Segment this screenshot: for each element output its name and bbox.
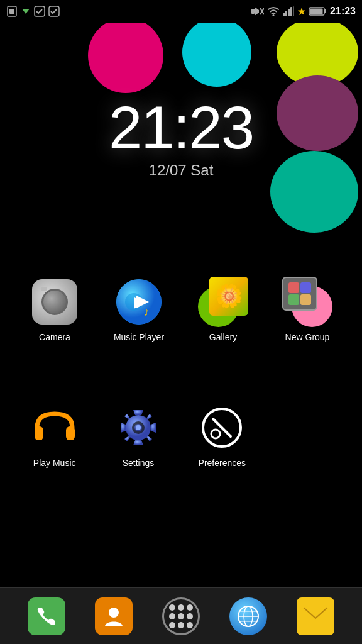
- settings-label: Settings: [123, 458, 155, 468]
- dock-browser[interactable]: [226, 594, 270, 638]
- gallery-icon: 🌼: [198, 277, 248, 327]
- svg-marker-2: [22, 9, 30, 14]
- dock-contacts[interactable]: [92, 594, 136, 638]
- svg-rect-24: [66, 426, 75, 440]
- apps-dot-7: [169, 622, 175, 628]
- browser-icon: [229, 597, 267, 635]
- new-group-icon: [282, 277, 332, 327]
- deco-circle-magenta: [88, 18, 163, 93]
- new-group-cell-2: [300, 282, 311, 293]
- camera-icon-wrap: [30, 277, 80, 327]
- status-left-icons: [6, 6, 60, 17]
- dock-email[interactable]: [293, 594, 337, 638]
- settings-icon-wrap: [113, 402, 163, 453]
- dock-apps[interactable]: [159, 594, 203, 638]
- apps-dot-6: [187, 613, 193, 619]
- svg-rect-17: [324, 9, 326, 13]
- headphone-icon: [32, 406, 77, 449]
- svg-marker-15: [298, 8, 305, 15]
- app-music-player[interactable]: ♪ Music Player: [104, 277, 173, 342]
- svg-rect-12: [288, 9, 290, 16]
- play-music-label: Play Music: [33, 458, 76, 468]
- signal-icon: [283, 6, 294, 16]
- phone-svg: [35, 605, 58, 628]
- svg-point-32: [109, 608, 119, 618]
- deco-circle-cyan: [182, 18, 251, 87]
- status-right-icons: 21:23: [251, 6, 356, 17]
- wifi-icon: [267, 6, 280, 16]
- music-player-icon-wrap: ♪: [114, 277, 164, 327]
- dock: [0, 587, 362, 644]
- svg-point-31: [211, 430, 220, 438]
- apps-dots-grid: [167, 602, 195, 631]
- sim-icon: [6, 6, 18, 17]
- mute-icon: [251, 6, 264, 16]
- app-new-group[interactable]: New Group: [273, 277, 342, 342]
- new-group-icon-wrap: [282, 277, 332, 327]
- svg-rect-5: [251, 9, 255, 14]
- svg-text:♪: ♪: [144, 306, 150, 318]
- email-svg: [303, 607, 328, 626]
- dock-phone[interactable]: [25, 594, 69, 638]
- camera-label: Camera: [39, 332, 70, 342]
- apps-dot-8: [178, 622, 184, 628]
- new-group-cell-3: [288, 294, 299, 305]
- status-bar: 21:23: [0, 0, 362, 23]
- new-group-cell-1: [288, 282, 299, 293]
- app-gallery[interactable]: 🌼 Gallery: [189, 277, 258, 342]
- new-group-grid: [288, 282, 311, 305]
- contacts-icon: [95, 597, 133, 635]
- gallery-flower-icon: 🌼: [215, 283, 243, 309]
- data-down-icon: [21, 6, 31, 16]
- app-settings[interactable]: Settings: [104, 402, 173, 468]
- svg-rect-1: [9, 9, 14, 14]
- play-music-icon-wrap: [30, 402, 80, 453]
- svg-rect-18: [310, 9, 323, 14]
- svg-point-28: [136, 425, 141, 430]
- camera-icon: [32, 279, 77, 325]
- svg-rect-23: [35, 426, 43, 440]
- svg-rect-14: [293, 6, 294, 16]
- gallery-label: Gallery: [209, 332, 237, 342]
- svg-rect-11: [285, 11, 287, 16]
- svg-marker-6: [255, 7, 259, 16]
- app-camera[interactable]: Camera: [20, 277, 89, 342]
- clock-date: 12/07 Sat: [0, 162, 362, 179]
- app-grid-row-2: Play Music: [0, 402, 277, 468]
- music-player-icon: ♪: [116, 279, 162, 325]
- app-grid-row-1: Camera ♪: [0, 277, 362, 342]
- svg-point-19: [116, 279, 162, 325]
- app-play-music[interactable]: Play Music: [20, 402, 89, 468]
- app-preferences[interactable]: Preferences: [187, 402, 256, 468]
- check1-icon: [34, 6, 45, 17]
- new-group-cell-4: [300, 294, 311, 305]
- gallery-icon-wrap: 🌼: [198, 277, 248, 327]
- apps-icon: [162, 597, 200, 635]
- apps-dot-1: [169, 604, 175, 611]
- preferences-label: Preferences: [199, 458, 246, 468]
- apps-dot-4: [169, 613, 175, 619]
- new-group-label: New Group: [285, 332, 330, 342]
- browser-svg: [237, 605, 260, 628]
- settings-icon: [117, 406, 160, 449]
- apps-dot-2: [178, 604, 184, 611]
- apps-dot-3: [187, 604, 193, 611]
- email-icon: [297, 597, 334, 635]
- music-player-svg: ♪: [116, 279, 162, 325]
- svg-point-20: [125, 293, 143, 311]
- music-player-label: Music Player: [114, 332, 164, 342]
- contacts-svg: [102, 605, 125, 628]
- new-group-box: [282, 277, 317, 311]
- apps-dot-5: [178, 613, 184, 619]
- phone-icon: [28, 597, 65, 635]
- clock-area: 21:23 12/07 Sat: [0, 97, 362, 179]
- svg-rect-13: [290, 7, 292, 16]
- check2-icon: [48, 6, 60, 17]
- preferences-icon: [200, 406, 243, 449]
- clock-time: 21:23: [0, 97, 362, 158]
- svg-rect-10: [283, 13, 285, 16]
- location-icon: [297, 7, 306, 16]
- status-time: 21:23: [330, 6, 356, 17]
- svg-point-9: [273, 14, 275, 16]
- gallery-image-box: 🌼: [209, 277, 248, 316]
